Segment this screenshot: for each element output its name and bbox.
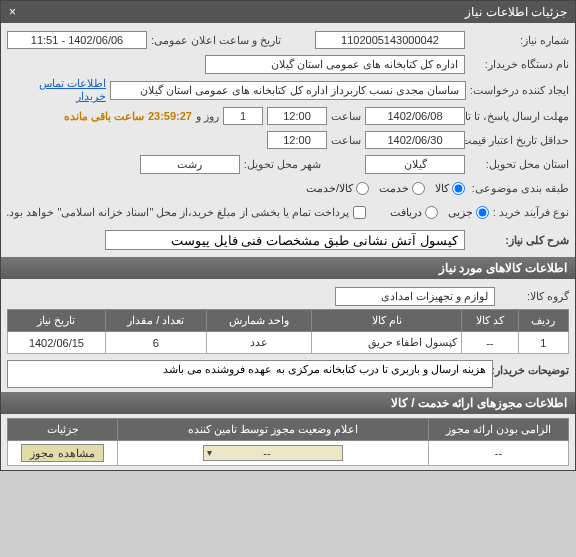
label-buy-type: نوع فرآیند خرید : bbox=[493, 206, 569, 219]
value-requester: ساسان مجدی نسب کاربرداز اداره کل کتابخان… bbox=[110, 81, 466, 100]
th-unit: واحد شمارش bbox=[206, 310, 311, 332]
label-reply-deadline: مهلت ارسال پاسخ، تا تاریخ: bbox=[469, 110, 569, 123]
radio-kala-khadamat[interactable]: کالا/خدمت bbox=[306, 182, 369, 195]
window-title: جزئیات اطلاعات نیاز bbox=[465, 5, 567, 19]
label-need-desc: شرح کلی نیاز: bbox=[469, 234, 569, 247]
label-hour2: ساعت bbox=[331, 134, 361, 147]
items-table: ردیف کد کالا نام کالا واحد شمارش تعداد /… bbox=[7, 309, 569, 354]
th-code: کد کالا bbox=[462, 310, 519, 332]
auth-row: -- -- مشاهده مجوز bbox=[8, 441, 569, 466]
cell-auth-status: -- bbox=[118, 441, 429, 466]
th2-status: اعلام وضعیت مجوز توسط تامین کننده bbox=[118, 419, 429, 441]
auth-table: الزامی بودن ارائه مجوز اعلام وضعیت مجوز … bbox=[7, 418, 569, 466]
label-hour1: ساعت bbox=[331, 110, 361, 123]
payment-checkbox[interactable] bbox=[353, 206, 366, 219]
label-city: شهر محل تحویل: bbox=[244, 158, 321, 171]
cell-code: -- bbox=[462, 332, 519, 354]
radio-khadamat[interactable]: خدمت bbox=[379, 182, 425, 195]
cell-auth-required: -- bbox=[429, 441, 569, 466]
radio-kala-input[interactable] bbox=[452, 182, 465, 195]
buyer-notes-input[interactable] bbox=[7, 360, 493, 388]
radio-kala[interactable]: کالا bbox=[435, 182, 465, 195]
cell-unit: عدد bbox=[206, 332, 311, 354]
radio-kk-input[interactable] bbox=[356, 182, 369, 195]
value-city: رشت bbox=[140, 155, 240, 174]
radio-full-input[interactable] bbox=[476, 206, 489, 219]
close-icon[interactable]: × bbox=[9, 5, 16, 19]
radio-partial[interactable]: دریافت bbox=[390, 206, 438, 219]
value-valid-time: 12:00 bbox=[267, 131, 327, 149]
cell-name: کپسول اطفاء حریق bbox=[312, 332, 462, 354]
th-date: تاریخ نیاز bbox=[8, 310, 106, 332]
label-buyer-notes: توضیحات خریدار: bbox=[499, 360, 569, 377]
value-announce-dt: 1402/06/06 - 11:51 bbox=[7, 31, 147, 49]
cell-date: 1402/06/15 bbox=[8, 332, 106, 354]
label-province: استان محل تحویل: bbox=[469, 158, 569, 171]
need-desc-input[interactable] bbox=[105, 230, 465, 250]
value-need-no: 1102005143000042 bbox=[315, 31, 465, 49]
label-min-validity: حداقل تاریخ اعتبار قیمت، تا تاریخ: bbox=[469, 134, 569, 147]
th-qty: تعداد / مقدار bbox=[105, 310, 206, 332]
radio-khadamat-input[interactable] bbox=[412, 182, 425, 195]
auth-status-select[interactable]: -- bbox=[203, 445, 343, 461]
items-header: اطلاعات کالاهای مورد نیاز bbox=[1, 257, 575, 279]
th2-details: جزئیات bbox=[8, 419, 118, 441]
label-announce-dt: تاریخ و ساعت اعلان عمومی: bbox=[151, 34, 281, 47]
value-province: گیلان bbox=[365, 155, 465, 174]
th-name: نام کالا bbox=[312, 310, 462, 332]
payment-checkbox-wrap[interactable]: پرداخت تمام یا بخشی از مبلغ خرید،از محل … bbox=[6, 206, 366, 219]
label-subject-class: طبقه بندی موضوعی: bbox=[469, 182, 569, 195]
table-row[interactable]: 1 -- کپسول اطفاء حریق عدد 6 1402/06/15 bbox=[8, 332, 569, 354]
titlebar: جزئیات اطلاعات نیاز × bbox=[1, 1, 575, 23]
cell-auth-details: مشاهده مجوز bbox=[8, 441, 118, 466]
label-goods-group: گروه کالا: bbox=[499, 290, 569, 303]
label-buyer-org: نام دستگاه خریدار: bbox=[469, 58, 569, 71]
label-need-no: شماره نیاز: bbox=[469, 34, 569, 47]
buy-type-radios: جزیی دریافت bbox=[390, 206, 489, 219]
cell-qty: 6 bbox=[105, 332, 206, 354]
dialog-window: جزئیات اطلاعات نیاز × شماره نیاز: 110200… bbox=[0, 0, 576, 471]
radio-full[interactable]: جزیی bbox=[448, 206, 489, 219]
label-requester: ایجاد کننده درخواست: bbox=[470, 84, 569, 97]
value-reply-date: 1402/06/08 bbox=[365, 107, 465, 125]
value-buyer-org: اداره کل کتابخانه های عمومی استان گیلان bbox=[205, 55, 465, 74]
subject-class-radios: کالا خدمت کالا/خدمت bbox=[306, 182, 465, 195]
label-payment-note: پرداخت تمام یا بخشی از مبلغ خرید،از محل … bbox=[6, 206, 349, 219]
label-remaining: ساعت باقی مانده bbox=[64, 110, 144, 123]
value-valid-date: 1402/06/30 bbox=[365, 131, 465, 149]
th-row: ردیف bbox=[518, 310, 568, 332]
value-goods-group: لوازم و تجهیزات امدادی bbox=[335, 287, 495, 306]
auth-header: اطلاعات مجوزهای ارائه خدمت / کالا bbox=[1, 392, 575, 414]
value-time-left: 23:59:27 bbox=[148, 110, 192, 122]
contact-link[interactable]: اطلاعات تماس خریدار bbox=[7, 77, 106, 103]
cell-row: 1 bbox=[518, 332, 568, 354]
th2-required: الزامی بودن ارائه مجوز bbox=[429, 419, 569, 441]
value-days-left: 1 bbox=[223, 107, 263, 125]
radio-partial-input[interactable] bbox=[425, 206, 438, 219]
label-days: روز و bbox=[196, 110, 219, 123]
view-auth-button[interactable]: مشاهده مجوز bbox=[21, 444, 103, 462]
value-reply-time: 12:00 bbox=[267, 107, 327, 125]
